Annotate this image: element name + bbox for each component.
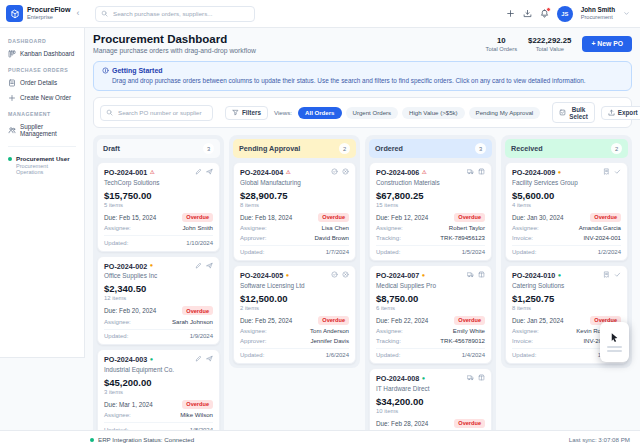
sidebar-user[interactable]: Procurement User Procurement Operations: [0, 153, 84, 177]
banner-body: Drag and drop purchase orders between co…: [102, 77, 623, 86]
confirm-icon[interactable]: [614, 271, 621, 278]
po-card[interactable]: PO-2024-009●Facility Services Group$5,60…: [505, 162, 628, 261]
meta-label: Assignee:: [104, 224, 131, 231]
new-po-button[interactable]: + New PO: [582, 36, 632, 52]
search-icon: [101, 10, 108, 17]
export-button[interactable]: Export: [601, 106, 640, 120]
overdue-badge: Overdue: [590, 213, 621, 222]
truck-icon[interactable]: [467, 271, 474, 278]
getting-started-banner: Getting Started Drag and drop purchase o…: [93, 61, 632, 91]
updated-value: 1/6/2024: [326, 352, 349, 358]
reject-icon[interactable]: [342, 168, 349, 175]
sidebar-collapse-button[interactable]: ‹: [75, 9, 82, 18]
package-icon[interactable]: [478, 374, 485, 381]
global-search: [95, 6, 255, 22]
order-details-icon: [8, 79, 16, 87]
meta-value: Tom Anderson: [310, 327, 349, 334]
po-card[interactable]: PO-2024-005●Software Licensing Ltd$12,50…: [233, 265, 356, 364]
view-pill-high-value-5k[interactable]: High Value (>$5k): [402, 107, 465, 119]
add-icon[interactable]: [506, 9, 515, 18]
column-count-badge: 2: [339, 143, 350, 154]
view-pill-pending-my-approval[interactable]: Pending My Approval: [469, 107, 541, 119]
edit-icon[interactable]: [195, 355, 202, 362]
card-meta-row: Assignee:John Smith: [104, 224, 213, 231]
meta-label: Invoice:: [512, 234, 533, 241]
approve-icon[interactable]: [331, 271, 338, 278]
po-number: PO-2024-005: [240, 271, 283, 280]
column-header-pending: Pending Approval2: [233, 139, 356, 158]
sidebar-user-subtitle: Procurement Operations: [16, 163, 76, 175]
chevron-down-icon[interactable]: [623, 10, 630, 17]
po-card[interactable]: PO-2024-006⚠Construction Materials$67,80…: [369, 162, 492, 261]
global-search-input[interactable]: [111, 9, 249, 18]
package-icon[interactable]: [478, 168, 485, 175]
send-icon[interactable]: [206, 355, 213, 362]
truck-icon[interactable]: [467, 168, 474, 175]
updated-label: Updated:: [104, 240, 128, 246]
updated-value: 1/9/2024: [190, 333, 213, 339]
column-count-badge: 2: [611, 143, 622, 154]
user-menu[interactable]: John Smith Procurement: [581, 6, 615, 20]
meta-label: Tracking:: [376, 234, 401, 241]
po-card[interactable]: PO-2024-002●Office Supplies Inc$2,340.50…: [97, 256, 220, 346]
column-title: Draft: [103, 144, 120, 153]
overdue-badge: Overdue: [454, 213, 485, 222]
meta-value: Sarah Johnson: [172, 318, 213, 325]
sidebar-item-kanban-dashboard[interactable]: Kanban Dashboard: [0, 46, 84, 61]
view-pill-all-orders[interactable]: All Orders: [298, 107, 341, 119]
send-icon[interactable]: [206, 168, 213, 175]
edit-icon[interactable]: [195, 168, 202, 175]
meta-label: Tracking:: [376, 337, 401, 344]
sidebar-item-supplier-management[interactable]: Supplier Management: [0, 119, 84, 140]
view-pill-urgent-orders[interactable]: Urgent Orders: [346, 107, 399, 119]
column-header-draft: Draft3: [97, 139, 220, 158]
due-date: Due: Jan 25, 2024: [512, 317, 563, 324]
meta-value: TRK-789456123: [440, 234, 485, 241]
po-card[interactable]: PO-2024-001⚠TechCorp Solutions$15,750.00…: [97, 162, 220, 252]
alert-triangle-icon: ⚠: [150, 170, 155, 176]
clock-icon: ●: [422, 273, 425, 279]
main-content: Procurement Dashboard Manage purchase or…: [85, 28, 640, 448]
confirm-icon[interactable]: [614, 168, 621, 175]
po-search-input[interactable]: [116, 108, 207, 117]
package-icon[interactable]: [478, 271, 485, 278]
updated-label: Updated:: [104, 333, 128, 339]
truck-icon[interactable]: [467, 374, 474, 381]
suppliers-icon: [8, 126, 16, 134]
po-card[interactable]: PO-2024-004⚠Global Manufacturing$28,900.…: [233, 162, 356, 261]
meta-value: David Brown: [314, 234, 349, 241]
online-status-dot: [8, 157, 12, 161]
column-pending: Pending Approval2PO-2024-004⚠Global Manu…: [229, 135, 360, 368]
reject-icon[interactable]: [342, 271, 349, 278]
sidebar-item-create-new-order[interactable]: Create New Order: [0, 90, 84, 105]
meta-label: Assignee:: [104, 411, 131, 418]
card-meta-row: Assignee:Sarah Johnson: [104, 318, 213, 325]
last-sync-text: Last sync: 3:07:08 PM: [569, 436, 630, 443]
po-card[interactable]: PO-2024-007●Medical Supplies Pro$8,750.0…: [369, 265, 492, 364]
search-icon: [106, 109, 113, 116]
edit-icon[interactable]: [195, 262, 202, 269]
avatar[interactable]: JS: [557, 6, 573, 22]
column-title: Received: [511, 144, 543, 153]
approve-icon[interactable]: [331, 168, 338, 175]
sidebar-divider: [8, 146, 76, 147]
filters-button[interactable]: Filters: [225, 106, 268, 120]
column-title: Ordered: [375, 144, 403, 153]
po-items-count: 15 items: [376, 202, 485, 208]
brand-name: ProcureFlow: [27, 6, 71, 14]
bulk-select-button[interactable]: Bulk Select: [552, 102, 595, 123]
invoice-icon[interactable]: [603, 168, 610, 175]
updated-label: Updated:: [240, 249, 264, 255]
po-amount: $8,750.00: [376, 293, 485, 304]
updated-label: Updated:: [376, 249, 400, 255]
due-date: Due: Feb 15, 2024: [104, 214, 156, 221]
sidebar-item-order-details[interactable]: Order Details: [0, 75, 84, 90]
po-items-count: 3 items: [104, 389, 213, 395]
meta-value: INV-2024-001: [583, 234, 621, 241]
send-icon[interactable]: [206, 262, 213, 269]
download-icon[interactable]: [523, 9, 532, 18]
bell-icon[interactable]: [540, 9, 549, 18]
due-date: Due: Feb 12, 2024: [376, 214, 428, 221]
invoice-icon[interactable]: [603, 271, 610, 278]
po-card[interactable]: PO-2024-003●Industrial Equipment Co.$45,…: [97, 349, 220, 439]
